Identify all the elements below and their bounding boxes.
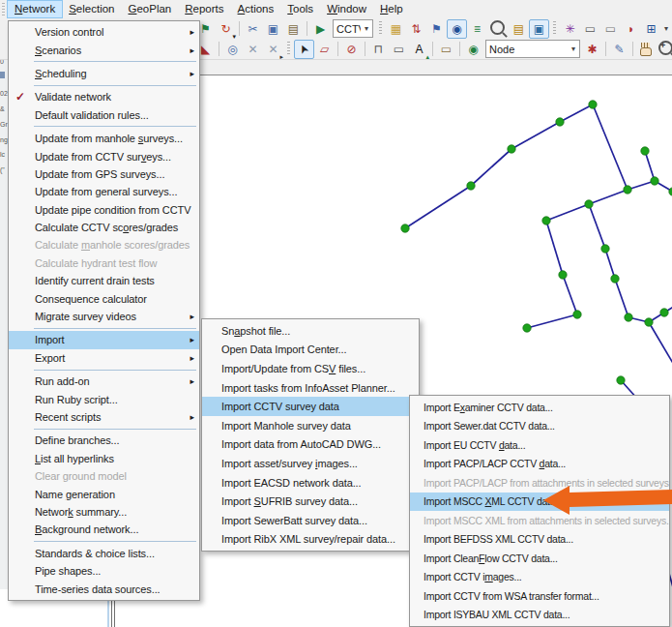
menu-item-network-summary[interactable]: Network summary... (9, 503, 199, 521)
network-node[interactable] (625, 314, 632, 321)
network-node[interactable] (559, 271, 567, 279)
theme-graph-icon[interactable]: ◗ (621, 19, 641, 39)
deselect-icon[interactable]: ⊘ (341, 40, 362, 59)
network-node[interactable] (523, 324, 531, 332)
menu-item-background-network[interactable]: Background network... (9, 521, 199, 538)
menu-item-update-pipe-condition-from-cctv[interactable]: Update pipe condition from CCTV (9, 201, 199, 219)
network-node[interactable] (641, 147, 649, 155)
menubar-item-selection[interactable]: Selection (62, 1, 121, 17)
menu-item-import-eu-cctv-data[interactable]: Import EU CCTV data... (410, 435, 669, 455)
chevron-down-icon[interactable]: ▾ (361, 24, 372, 33)
network-node[interactable] (573, 311, 581, 318)
menu-item-define-branches[interactable]: Define branches... (9, 432, 199, 449)
menu-item-import-ribx-xml-survey-repair-data[interactable]: Import RibX XML survey/repair data... (202, 530, 419, 550)
goto-flag-icon[interactable]: ▶ (310, 19, 331, 39)
menu-item-export[interactable]: Export▸ (9, 349, 199, 367)
network-node[interactable] (601, 245, 609, 253)
menu-item-name-generation[interactable]: Name generation (9, 485, 199, 502)
menu-item-open-data-import-center[interactable]: Open Data Import Center... (202, 341, 419, 360)
network-node[interactable] (467, 182, 475, 190)
menu-item-time-series-data-sources[interactable]: Time-series data sources... (9, 580, 199, 597)
menu-item-list-all-hyperlinks[interactable]: List all hyperlinks (9, 450, 199, 467)
survey-print-icon[interactable]: ▭ (389, 40, 409, 59)
menu-item-import-cctv-from-wsa-transfer-format[interactable]: Import CCTV from WSA transfer format... (410, 586, 669, 606)
menu-item-import-sewer-dat-cctv-data[interactable]: Import Sewer.dat CCTV data... (410, 417, 669, 436)
menu-item-standards-choice-lists[interactable]: Standards & choice lists... (9, 545, 199, 562)
menu-item-consequence-calculator[interactable]: Consequence calculator (9, 289, 199, 307)
menu-item-default-validation-rules[interactable]: Default validation rules... (9, 106, 199, 124)
cctv-combo[interactable]: CCTV▾ (333, 19, 373, 38)
open-data-icon[interactable]: ▦ (386, 19, 406, 39)
menu-item-calculate-cctv-scores-grades[interactable]: Calculate CCTV scores/grades (9, 219, 199, 236)
delete-icon[interactable]: ✕ (243, 40, 263, 59)
menu-item-scenarios[interactable]: Scenarios▸ (9, 41, 199, 58)
paste-icon[interactable]: ▤ (283, 19, 304, 39)
network-node[interactable] (645, 318, 653, 326)
select-tool-icon[interactable]: ➤ (294, 40, 314, 59)
menu-item-import-asset-survey-images[interactable]: Import asset/survey images... (202, 454, 419, 473)
network-node[interactable] (401, 224, 409, 232)
notes-icon[interactable]: ▤ (509, 19, 529, 39)
delete-special-icon[interactable]: ✕▸ (263, 40, 283, 59)
menu-item-migrate-survey-videos[interactable]: Migrate survey videos▸ (9, 308, 199, 325)
commit-icon[interactable]: ◉ (447, 19, 467, 39)
layers-icon[interactable]: ≡ (467, 19, 487, 39)
menu-item-import-sufrib-survey-data[interactable]: Import SUFRIB survey data... (202, 492, 419, 511)
merge-icon[interactable]: ◎ (222, 40, 243, 59)
toolbar-overflow-dropdown[interactable]: ▾ (661, 24, 671, 33)
pick-node-icon[interactable]: ✱ (582, 40, 602, 59)
copy-icon[interactable]: ▣ (263, 19, 283, 39)
network-node[interactable] (589, 101, 597, 108)
update-network-icon[interactable]: ⇅ (406, 19, 426, 39)
menu-item-import-eacsd-network-data[interactable]: Import EACSD network data... (202, 473, 419, 493)
globe-icon[interactable]: ◉ (463, 40, 483, 59)
pipe-tool-icon[interactable]: ▭ (580, 19, 600, 39)
menu-item-update-from-gps-surveys[interactable]: Update from GPS surveys... (9, 165, 199, 183)
menu-item-import-isybau-xml-cctv-data[interactable]: Import ISYBAU XML CCTV data... (410, 606, 669, 625)
menu-item-recent-scripts[interactable]: Recent scripts▸ (9, 408, 199, 426)
menu-item-import-befdss-xml-cctv-data[interactable]: Import BEFDSS XML CCTV data... (410, 530, 669, 550)
menu-item-update-from-manhole-surveys[interactable]: Update from manhole surveys... (9, 130, 199, 147)
network-node[interactable] (660, 309, 668, 316)
map-window-icon[interactable]: ▣ (529, 19, 549, 39)
menubar-item-help[interactable]: Help (373, 1, 410, 17)
zoom-in-icon[interactable] (658, 41, 672, 55)
polygon-select-icon[interactable]: ▱ (314, 40, 335, 59)
menu-item-import-update-from-csv-files[interactable]: Import/Update from CSV files... (202, 359, 419, 378)
network-node[interactable] (651, 177, 658, 185)
menu-item-run-ruby-script[interactable]: Run Ruby script... (9, 390, 199, 407)
menu-item-scheduling[interactable]: Scheduling▸ (9, 65, 199, 82)
network-node[interactable] (624, 186, 631, 194)
menu-item-import-pacp-lacp-cctv-data[interactable]: Import PACP/LACP CCTV data... (410, 455, 669, 474)
menubar-item-geoplan[interactable]: GeoPlan (122, 1, 179, 17)
menu-item-import-cctv-survey-data[interactable]: Import CCTV survey data▸ (202, 397, 419, 416)
cut-icon[interactable]: ✂ (243, 19, 263, 39)
menu-item-run-add-on[interactable]: Run add-on▸ (9, 373, 199, 390)
menu-item-import-cleanflow-cctv-data[interactable]: Import CleanFlow CCTV data... (410, 549, 669, 568)
menu-item-import-sewerbatt-survey-data[interactable]: Import SewerBatt survey data... (202, 511, 419, 530)
menu-item-update-from-general-surveys[interactable]: Update from general surveys... (9, 183, 199, 200)
menu-item-pipe-shapes[interactable]: Pipe shapes... (9, 562, 199, 580)
network-node[interactable] (508, 145, 515, 153)
network-node[interactable] (585, 200, 593, 208)
network-node[interactable] (617, 376, 625, 384)
menubar-item-window[interactable]: Window (320, 1, 373, 17)
toolbar-grip[interactable] (379, 21, 382, 36)
flag-blue-icon[interactable]: ⚑ (426, 19, 447, 39)
menu-item-import-manhole-survey-data[interactable]: Import Manhole survey data▸ (202, 416, 419, 435)
pipe-join-icon[interactable]: ⊓ (368, 40, 389, 59)
new-network-icon[interactable]: ✳ (560, 19, 580, 39)
menu-item-import-tasks-from-infoasset-planner[interactable]: Import tasks from InfoAsset Planner... (202, 378, 419, 398)
print-icon[interactable]: ▭ (600, 19, 621, 39)
menu-item-update-from-cctv-surveys[interactable]: Update from CCTV surveys... (9, 147, 199, 164)
sync-version-icon[interactable]: ↻▾ (216, 19, 236, 39)
menu-item-import-cctv-images[interactable]: Import CCTV images... (410, 568, 669, 587)
ruler-icon[interactable]: ▭ (436, 40, 456, 59)
menubar-item-tools[interactable]: Tools (280, 1, 320, 17)
menubar-item-reports[interactable]: Reports (178, 1, 230, 17)
menu-item-import-data-from-autocad-dwg[interactable]: Import data from AutoCAD DWG... (202, 435, 419, 455)
labels-icon[interactable]: A▴ (409, 40, 429, 59)
menu-item-validate-network[interactable]: ✓Validate network (9, 88, 199, 105)
grid-table-icon[interactable]: ⊞ (641, 19, 661, 39)
menu-item-import-examiner-cctv-data[interactable]: Import Examiner CCTV data... (410, 398, 669, 417)
